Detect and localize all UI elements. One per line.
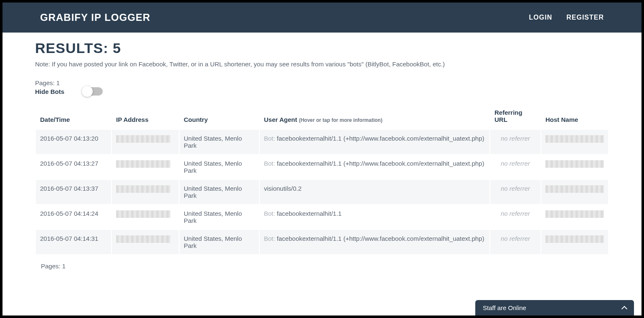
cell-refurl: no referrer	[490, 230, 540, 254]
table-row: 2016-05-07 04:14:31 United States, Menlo…	[36, 230, 608, 254]
staff-online-bar[interactable]: Staff are Online	[475, 300, 634, 315]
useragent-text: facebookexternalhit/1.1 (+http://www.fac…	[277, 135, 484, 142]
cell-hostname	[541, 155, 608, 179]
cell-useragent[interactable]: Bot: facebookexternalhit/1.1	[260, 205, 489, 229]
staff-online-label: Staff are Online	[483, 304, 526, 311]
th-useragent-sub: (Hover or tap for more information)	[299, 117, 383, 123]
cell-refurl: no referrer	[490, 205, 540, 229]
table-row: 2016-05-07 04:13:20 United States, Menlo…	[36, 130, 608, 154]
hide-bots-toggle[interactable]	[83, 87, 103, 96]
cell-ip	[112, 205, 179, 229]
cell-datetime: 2016-05-07 04:14:31	[36, 230, 111, 254]
hide-bots-label: Hide Bots	[35, 88, 64, 95]
redacted-ip	[116, 135, 170, 143]
bot-prefix: Bot:	[264, 135, 275, 142]
cell-ip	[112, 230, 179, 254]
cell-country: United States, Menlo Park	[180, 130, 259, 154]
table-header-row: Date/Time IP Address Country User Agent …	[36, 103, 608, 129]
useragent-text: visionutils/0.2	[264, 185, 302, 192]
cell-hostname	[541, 130, 608, 154]
useragent-text: facebookexternalhit/1.1 (+http://www.fac…	[277, 235, 484, 242]
cell-country: United States, Menlo Park	[180, 205, 259, 229]
bot-prefix: Bot:	[264, 160, 275, 167]
login-link[interactable]: LOGIN	[529, 14, 553, 21]
cell-ip	[112, 155, 179, 179]
chevron-up-icon	[621, 305, 627, 311]
redacted-hostname	[545, 210, 604, 218]
cell-hostname	[541, 180, 608, 204]
no-referrer: no referrer	[494, 210, 536, 217]
th-country: Country	[180, 103, 259, 129]
redacted-hostname	[545, 160, 604, 168]
th-useragent: User Agent (Hover or tap for more inform…	[260, 103, 489, 129]
th-hostname: Host Name	[541, 103, 608, 129]
hide-bots-row: Hide Bots	[35, 87, 609, 96]
cell-datetime: 2016-05-07 04:14:24	[36, 205, 111, 229]
redacted-ip	[116, 185, 170, 193]
cell-useragent[interactable]: visionutils/0.2	[260, 180, 489, 204]
useragent-text: facebookexternalhit/1.1 (+http://www.fac…	[277, 160, 484, 167]
th-ip: IP Address	[112, 103, 179, 129]
redacted-ip	[116, 210, 170, 218]
redacted-hostname	[545, 185, 604, 193]
page-wrapper: GRABIFY IP LOGGER LOGIN REGISTER RESULTS…	[3, 3, 641, 315]
bot-prefix: Bot:	[264, 210, 275, 217]
table-row: 2016-05-07 04:13:27 United States, Menlo…	[36, 155, 608, 179]
table-body: 2016-05-07 04:13:20 United States, Menlo…	[36, 130, 608, 254]
cell-refurl: no referrer	[490, 130, 540, 154]
cell-useragent[interactable]: Bot: facebookexternalhit/1.1 (+http://ww…	[260, 230, 489, 254]
cell-ip	[112, 180, 179, 204]
results-table: Date/Time IP Address Country User Agent …	[35, 102, 609, 255]
cell-country: United States, Menlo Park	[180, 155, 259, 179]
header: GRABIFY IP LOGGER LOGIN REGISTER	[3, 3, 641, 33]
cell-datetime: 2016-05-07 04:13:37	[36, 180, 111, 204]
redacted-hostname	[545, 135, 604, 143]
cell-ip	[112, 130, 179, 154]
redacted-ip	[116, 235, 170, 243]
cell-datetime: 2016-05-07 04:13:20	[36, 130, 111, 154]
content: RESULTS: 5 Note: If you have posted your…	[3, 33, 641, 270]
no-referrer: no referrer	[494, 185, 536, 192]
table-row: 2016-05-07 04:13:37 United States, Menlo…	[36, 180, 608, 204]
cell-hostname	[541, 230, 608, 254]
bot-prefix: Bot:	[264, 235, 275, 242]
no-referrer: no referrer	[494, 135, 536, 142]
nav-links: LOGIN REGISTER	[529, 14, 604, 21]
th-datetime: Date/Time	[36, 103, 111, 129]
cell-refurl: no referrer	[490, 180, 540, 204]
no-referrer: no referrer	[494, 160, 536, 167]
cell-datetime: 2016-05-07 04:13:27	[36, 155, 111, 179]
cell-useragent[interactable]: Bot: facebookexternalhit/1.1 (+http://ww…	[260, 130, 489, 154]
brand-logo[interactable]: GRABIFY IP LOGGER	[40, 12, 150, 23]
toggle-knob	[82, 86, 93, 97]
cell-hostname	[541, 205, 608, 229]
th-useragent-label: User Agent	[264, 116, 297, 123]
cell-refurl: no referrer	[490, 155, 540, 179]
results-note: Note: If you have posted your link on Fa…	[35, 61, 609, 68]
no-referrer: no referrer	[494, 235, 536, 242]
table-row: 2016-05-07 04:14:24 United States, Menlo…	[36, 205, 608, 229]
cell-country: United States, Menlo Park	[180, 230, 259, 254]
cell-useragent[interactable]: Bot: facebookexternalhit/1.1 (+http://ww…	[260, 155, 489, 179]
useragent-text: facebookexternalhit/1.1	[277, 210, 342, 217]
redacted-ip	[116, 160, 170, 168]
pages-top: Pages: 1	[35, 79, 609, 86]
pages-bottom: Pages: 1	[35, 262, 609, 270]
results-title: RESULTS: 5	[35, 40, 609, 56]
th-refurl: Referring URL	[490, 103, 540, 129]
redacted-hostname	[545, 235, 604, 243]
register-link[interactable]: REGISTER	[566, 14, 604, 21]
cell-country: United States, Menlo Park	[180, 180, 259, 204]
